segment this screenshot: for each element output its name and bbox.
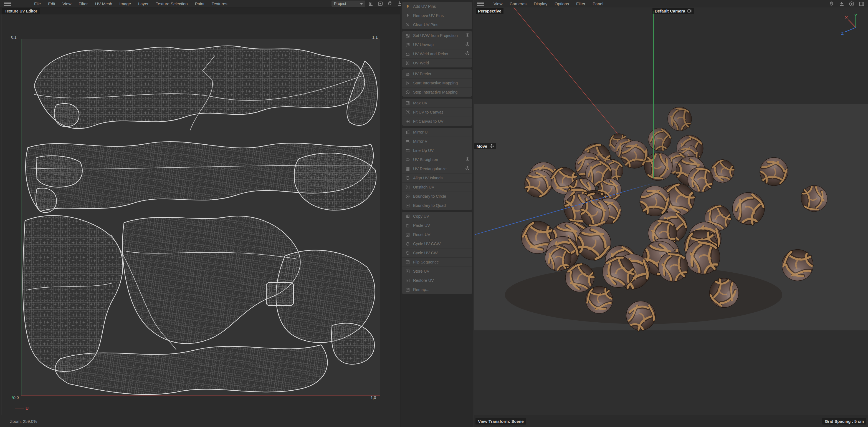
cicon-wrap	[402, 287, 413, 292]
peppercorn-object[interactable]	[754, 152, 794, 191]
histogram-icon[interactable]	[368, 1, 374, 7]
tab-texture-uv-editor[interactable]: Texture UV Editor	[2, 8, 40, 14]
cmd-stop-interactive-mapping[interactable]: Stop Interactive Mapping	[402, 88, 472, 96]
cmd-fit-uv-to-canvas[interactable]: Fit UV to Canvas	[402, 108, 472, 117]
cmd-options-gear[interactable]	[465, 33, 470, 38]
cmd-options-gear[interactable]	[465, 51, 470, 57]
pane-edge-divider[interactable]	[1, 15, 1, 415]
cmd-remap[interactable]: Remap...	[402, 285, 472, 294]
cmd-max-uv[interactable]: Max UV	[402, 98, 472, 108]
view-label-chip[interactable]: Perspective	[476, 8, 503, 14]
menu-paint[interactable]: Paint	[191, 1, 208, 6]
download-icon[interactable]	[839, 1, 845, 7]
camera-label-chip[interactable]: Default Camera	[652, 8, 694, 14]
menu-hamburger-icon[interactable]	[4, 2, 11, 6]
uv-wireframe-canvas[interactable]	[21, 39, 380, 396]
cmd-paste-uv[interactable]: Paste UV	[402, 221, 472, 230]
peppercorn-object[interactable]	[775, 243, 819, 287]
menu-file[interactable]: File	[31, 1, 44, 6]
menu-uv-mesh[interactable]: UV Mesh	[92, 1, 116, 6]
peppercorn-object[interactable]	[663, 103, 696, 135]
vp-menu-cameras[interactable]: Cameras	[506, 1, 530, 6]
cicon-wrap	[402, 72, 413, 76]
cicon-wrap	[402, 4, 413, 9]
cmd-uv-weld[interactable]: UV Weld	[402, 59, 472, 67]
cmd-remove-uv-pins[interactable]: Remove UV Pins	[402, 11, 472, 20]
cmd-unstitch-uv[interactable]: Unstitch UV	[402, 183, 472, 192]
menu-textures[interactable]: Textures	[208, 1, 231, 6]
menu-view[interactable]: View	[59, 1, 75, 6]
cmd-clear-uv-pins[interactable]: Clear UV Pins	[402, 20, 472, 29]
viewport-3d-area[interactable]: Perspective Default Camera Move Y	[474, 7, 868, 415]
cmd-flip-sequence[interactable]: Flip Sequence	[402, 258, 472, 267]
active-tool-chip[interactable]: Move	[474, 143, 496, 149]
vp-menu-panel[interactable]: Panel	[589, 1, 607, 6]
bodypaint-uv-edit-window: FileEditViewFilterUV MeshImageLayerTextu…	[0, 0, 868, 427]
cmd-options-gear[interactable]	[465, 166, 470, 172]
cmd-options-gear[interactable]	[465, 42, 470, 48]
cmd-mirror-v[interactable]: Mirror V	[402, 137, 472, 146]
cmd-label: Reset UV	[413, 232, 430, 237]
menu-image[interactable]: Image	[116, 1, 134, 6]
cmd-label: UV Weld and Relax	[413, 52, 448, 56]
hand-icon[interactable]	[829, 1, 835, 7]
cmd-uv-weld-and-relax[interactable]: UV Weld and Relax	[402, 50, 472, 59]
record-icon[interactable]	[848, 1, 855, 7]
cmd-line-up-uv[interactable]: Line Up UV	[402, 146, 472, 155]
cmd-boundary-to-circle[interactable]: Boundary to Circle	[402, 192, 472, 201]
cmd-uv-straighten[interactable]: UV Straighten	[402, 155, 472, 164]
cmd-mirror-u[interactable]: Mirror U	[402, 128, 472, 137]
unstitch-icon	[405, 185, 410, 190]
cmd-label: Fit Canvas to UV	[413, 119, 443, 123]
cmd-label: Flip Sequence	[413, 260, 439, 264]
uv-command-group-2: Set UVW from ProjectionUV UnwrapUV Weld …	[402, 31, 472, 67]
move-icon	[489, 144, 494, 148]
snapshot-icon[interactable]	[377, 1, 383, 7]
vp-menu-display[interactable]: Display	[530, 1, 551, 6]
menu-edit[interactable]: Edit	[44, 1, 59, 6]
vp-menu-options[interactable]: Options	[551, 1, 572, 6]
cmd-fit-canvas-to-uv[interactable]: Fit Canvas to UV	[402, 117, 472, 126]
uv-editor-menubar: FileEditViewFilterUV MeshImageLayerTextu…	[0, 0, 400, 8]
uv-editor-tabstrip: Texture UV Editor	[0, 8, 400, 15]
cmd-add-uv-pins[interactable]: Add UV Pins	[402, 2, 472, 11]
cmd-cycle-uv-cw[interactable]: Cycle UV CW	[402, 249, 472, 258]
cmd-reset-uv[interactable]: Reset UV	[402, 230, 472, 239]
cmd-uv-rectangularize[interactable]: UV Rectangularize	[402, 164, 472, 173]
menu-filter[interactable]: Filter	[75, 1, 91, 6]
gear-icon	[465, 33, 470, 37]
uv-editor-toolbar	[368, 1, 403, 7]
hand-icon[interactable]	[387, 1, 393, 7]
peppercorn-object[interactable]	[644, 123, 676, 155]
cmd-uv-unwrap[interactable]: UV Unwrap	[402, 40, 472, 50]
cicon-wrap	[402, 176, 413, 180]
cmd-uv-peeler[interactable]: UV Peeler	[402, 69, 472, 79]
cmd-copy-uv[interactable]: Copy UV	[402, 212, 472, 221]
menu-texture-selection[interactable]: Texture Selection	[152, 1, 191, 6]
vp-menu-filter[interactable]: Filter	[572, 1, 589, 6]
cmd-start-interactive-mapping[interactable]: Start Interactive Mapping	[402, 79, 472, 88]
peppercorn-object[interactable]	[726, 187, 770, 230]
reset-icon	[405, 232, 410, 237]
remap-icon	[405, 287, 410, 292]
axis-y-label: Y	[855, 13, 857, 18]
cmd-store-uv[interactable]: Store UV	[402, 267, 472, 276]
fit-canvas-icon	[405, 119, 410, 124]
cmd-align-uv-islands[interactable]: Align UV Islands	[402, 173, 472, 183]
menu-layer[interactable]: Layer	[134, 1, 152, 6]
weld-icon	[405, 61, 410, 65]
viewport-menu-hamburger-icon[interactable]	[477, 2, 484, 6]
cicon-wrap	[402, 278, 413, 283]
project-dropdown[interactable]: Project	[332, 1, 365, 7]
pane-icon[interactable]	[859, 1, 865, 7]
cmd-set-uvw-from-projection[interactable]: Set UVW from Projection	[402, 31, 472, 40]
cmd-cycle-uv-ccw[interactable]: Cycle UV CCW	[402, 239, 472, 249]
cmd-restore-uv[interactable]: Restore UV	[402, 276, 472, 285]
cmd-options-gear[interactable]	[465, 157, 470, 163]
peppercorn-object[interactable]	[797, 181, 832, 216]
viewport-menubar: ViewCamerasDisplayOptionsFilterPanel	[474, 0, 868, 8]
vp-menu-view[interactable]: View	[490, 1, 506, 6]
cmd-label: Mirror V	[413, 139, 428, 144]
cmd-label: UV Weld	[413, 61, 429, 65]
cmd-boundary-to-quad[interactable]: Boundary to Quad	[402, 201, 472, 210]
